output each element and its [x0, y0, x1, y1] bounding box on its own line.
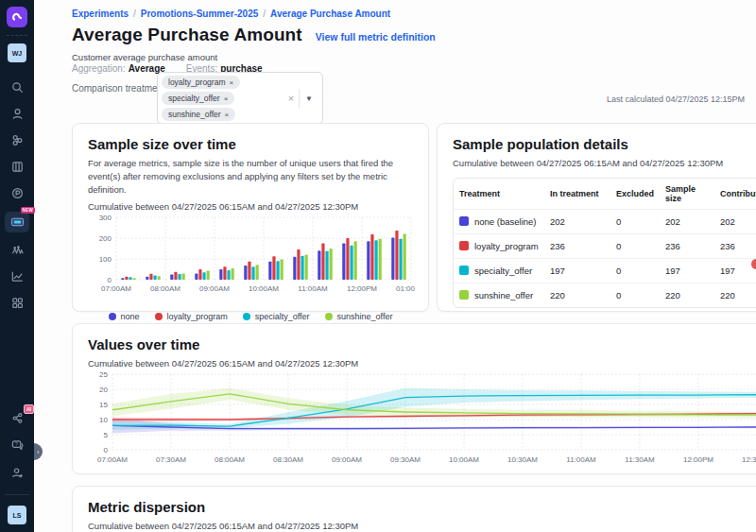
- banner-icon: [10, 216, 25, 228]
- ai-badge: AI: [24, 404, 34, 414]
- svg-text:08:00AM: 08:00AM: [215, 455, 245, 464]
- svg-text:07:30AM: 07:30AM: [156, 455, 186, 464]
- population-table: TreatmentIn treatmentExcludedSample size…: [453, 178, 756, 308]
- treatment-chip-label: specialty_offer: [168, 94, 220, 103]
- legend-dot: [243, 313, 250, 320]
- svg-text:200: 200: [99, 234, 112, 243]
- table-row: loyalty_program2360236236: [454, 234, 756, 259]
- treatment-color-swatch: [459, 241, 469, 250]
- dispersion-title: Metric dispersion: [88, 499, 756, 515]
- metric-dispersion-card: Metric dispersion Cumulative between 04/…: [72, 486, 756, 532]
- treatment-chip[interactable]: specialty_offer×: [162, 92, 234, 105]
- svg-text:15: 15: [99, 401, 108, 409]
- dispersion-cumulative: Cumulative between 04/27/2025 06:15AM an…: [88, 521, 756, 531]
- sidebar-item-active[interactable]: NEW: [5, 212, 29, 232]
- dashboards-grid-icon[interactable]: [7, 293, 27, 312]
- breadcrumb-item[interactable]: Experiments: [72, 9, 129, 19]
- legend-item[interactable]: none: [109, 312, 140, 321]
- values-line-chart[interactable]: 051015202507:00AM07:30AM08:00AM08:30AM09…: [88, 369, 756, 467]
- app-sidebar: WJ NEW A: [0, 0, 34, 532]
- workspace-avatar[interactable]: WJ: [8, 43, 26, 62]
- values-cumulative: Cumulative between 04/27/2025 06:15AM an…: [88, 358, 756, 369]
- excluded-cell: 0: [610, 259, 660, 283]
- chip-remove-icon[interactable]: ×: [229, 78, 233, 87]
- search-icon[interactable]: [7, 77, 27, 96]
- comparison-treatments-label: Comparison treatments: [72, 83, 170, 94]
- chip-remove-icon[interactable]: ×: [225, 111, 230, 119]
- svg-text:08:00AM: 08:00AM: [150, 284, 180, 293]
- svg-text:11:30AM: 11:30AM: [625, 455, 655, 464]
- breadcrumb-item[interactable]: Promotions-Summer-2025: [141, 9, 258, 19]
- sample-size-bar-chart[interactable]: 010020030007:00AM08:00AM09:00AM10:00AM11…: [88, 212, 415, 306]
- svg-text:20: 20: [99, 386, 108, 394]
- legend-item[interactable]: sunshine_offer: [325, 312, 393, 321]
- help-chat-icon[interactable]: ?: [7, 436, 27, 455]
- contributors-cell: 202: [714, 210, 756, 234]
- legend-dot: [325, 313, 333, 320]
- treatment-chip-label: loyalty_program: [168, 77, 225, 87]
- values-over-time-card: Values over time Cumulative between 04/2…: [72, 323, 756, 474]
- in-treatment-cell: 197: [544, 259, 610, 283]
- users-icon[interactable]: [7, 104, 27, 123]
- legend-dot: [109, 313, 116, 320]
- holdouts-icon[interactable]: [7, 240, 27, 259]
- contributors-cell: 220: [714, 283, 756, 308]
- treatment-name-cell: loyalty_program: [454, 234, 544, 259]
- in-treatment-cell: 202: [544, 210, 610, 234]
- svg-text:08:30AM: 08:30AM: [273, 455, 303, 464]
- breadcrumb-separator: /: [133, 9, 136, 19]
- metric-definition-link[interactable]: View full metric definition: [316, 31, 436, 43]
- svg-text:10: 10: [99, 416, 108, 424]
- svg-text:10:00AM: 10:00AM: [449, 455, 479, 464]
- treatment-chip[interactable]: sunshine_offer×: [162, 108, 235, 121]
- invite-user-icon[interactable]: [7, 463, 27, 482]
- svg-text:09:00AM: 09:00AM: [199, 284, 230, 293]
- contributors-cell: 236: [714, 234, 756, 259]
- svg-text:12:00PM: 12:00PM: [347, 284, 377, 293]
- legend-item[interactable]: specialty_offer: [243, 312, 310, 321]
- treatment-name-cell: specialty_offer: [454, 259, 544, 283]
- sample-size-title: Sample size over time: [88, 136, 413, 152]
- treatment-color-swatch: [459, 266, 469, 275]
- sample-size-cell: 220: [660, 283, 714, 308]
- ai-assistant-icon[interactable]: AI: [7, 408, 27, 427]
- line-chart-icon[interactable]: [7, 266, 27, 285]
- svg-text:09:30AM: 09:30AM: [390, 455, 421, 464]
- clear-all-icon[interactable]: ×: [284, 93, 299, 104]
- treatment-chips: loyalty_program×specialty_offer×sunshine…: [162, 76, 284, 121]
- contributors-cell: 197: [714, 259, 756, 283]
- treatment-multiselect[interactable]: loyalty_program×specialty_offer×sunshine…: [157, 72, 323, 125]
- legend-label: sunshine_offer: [337, 312, 393, 321]
- app-logo-icon[interactable]: [7, 7, 27, 27]
- svg-text:10:30AM: 10:30AM: [507, 455, 538, 464]
- table-header: Contributors: [714, 179, 756, 210]
- sample-size-cell: 202: [660, 210, 714, 234]
- sample-size-cell: 197: [660, 259, 714, 283]
- legend-item[interactable]: loyalty_program: [155, 312, 228, 321]
- svg-text:07:00AM: 07:00AM: [97, 455, 128, 464]
- treatment-color-swatch: [459, 290, 469, 300]
- columns-icon[interactable]: [7, 157, 27, 176]
- table-header: Excluded: [610, 179, 660, 210]
- chip-remove-icon[interactable]: ×: [224, 94, 229, 103]
- svg-text:300: 300: [99, 214, 112, 222]
- nodes-icon[interactable]: [7, 130, 27, 149]
- treatment-name-cell: none (baseline): [454, 210, 544, 234]
- main-content: Experiments/Promotions-Summer-2025/Avera…: [34, 0, 756, 532]
- treatment-color-swatch: [459, 216, 469, 226]
- treatment-name-cell: sunshine_offer: [454, 283, 544, 308]
- treatment-chip[interactable]: loyalty_program×: [162, 76, 240, 89]
- excluded-cell: 0: [610, 283, 660, 308]
- table-header: In treatment: [544, 179, 610, 210]
- sidebar-bottom-divider: [5, 494, 29, 495]
- svg-text:11:00AM: 11:00AM: [298, 284, 328, 293]
- svg-text:0: 0: [104, 446, 109, 455]
- breadcrumb-item[interactable]: Average Purchase Amount: [270, 9, 390, 19]
- chevron-down-icon[interactable]: ▼: [300, 94, 318, 103]
- svg-text:10:00AM: 10:00AM: [249, 284, 279, 293]
- pulse-icon[interactable]: [7, 183, 27, 202]
- edge-notification-dot[interactable]: [751, 259, 756, 269]
- sample-size-cumulative: Cumulative between 04/27/2025 06:15AM an…: [88, 201, 413, 212]
- user-avatar[interactable]: LS: [8, 506, 26, 524]
- svg-text:5: 5: [104, 431, 109, 439]
